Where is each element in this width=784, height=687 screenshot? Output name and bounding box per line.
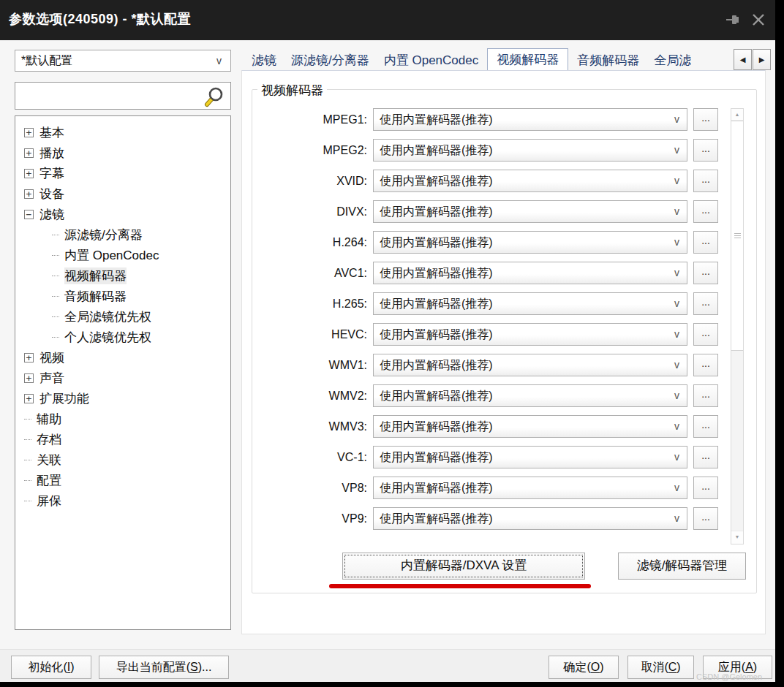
decoder-select[interactable]: 使用内置解码器(推荐)v (373, 139, 687, 162)
tab-3[interactable]: 视频解码器 (487, 48, 568, 71)
decoder-more-button[interactable]: ... (693, 262, 718, 284)
select-arrow-icon: v (674, 262, 679, 284)
filter-manager-button[interactable]: 滤镜/解码器管理 (618, 553, 746, 580)
select-arrow-icon: v (674, 293, 679, 314)
scrollbar-grip-icon (734, 233, 741, 238)
scrollbar-down-icon[interactable]: ▼ (731, 531, 743, 542)
select-arrow-icon: v (674, 232, 679, 253)
decoder-row-5: AVC1:使用内置解码器(推荐)v... (0, 262, 775, 284)
tab-2[interactable]: 内置 OpenCodec (384, 50, 478, 71)
ok-button[interactable]: 确定(O) (549, 656, 619, 679)
decoder-label: MPEG2: (250, 139, 367, 162)
decoder-more-button[interactable]: ... (693, 415, 718, 438)
tab-bar: 滤镜源滤镜/分离器内置 OpenCodec视频解码器音频解码器全局滤 (244, 48, 731, 71)
decoder-more-button[interactable]: ... (693, 323, 718, 346)
decoder-more-button[interactable]: ... (693, 231, 718, 254)
decoder-select[interactable]: 使用内置解码器(推荐)v (373, 170, 687, 192)
decoder-label: VC-1: (250, 446, 367, 468)
decoder-more-button[interactable]: ... (693, 384, 718, 407)
decoder-label: MPEG1: (250, 108, 367, 131)
decoder-more-button[interactable]: ... (693, 292, 718, 315)
search-box (15, 82, 231, 110)
decoder-label: XVID: (250, 170, 367, 192)
scrollbar-thumb[interactable] (731, 121, 743, 351)
select-arrow-icon: v (674, 508, 679, 529)
decoder-select[interactable]: 使用内置解码器(推荐)v (373, 354, 687, 376)
cancel-button[interactable]: 取消(C) (627, 656, 694, 679)
decoder-label: DIVX: (250, 200, 367, 223)
tab-scroll-right-button[interactable]: ▶ (753, 49, 771, 70)
decoder-row-11: VC-1:使用内置解码器(推荐)v... (0, 446, 775, 468)
decoder-label: WMV2: (250, 384, 367, 407)
decoder-select[interactable]: 使用内置解码器(推荐)v (373, 507, 687, 530)
decoder-select[interactable]: 使用内置解码器(推荐)v (373, 108, 687, 131)
decoder-more-button[interactable]: ... (693, 354, 718, 376)
decoder-label: H.265: (250, 292, 367, 315)
select-arrow-icon: v (674, 354, 679, 376)
decoder-label: AVC1: (250, 262, 367, 284)
window-title: 参数选项(240509) - *默认配置 (9, 10, 191, 28)
pin-icon[interactable] (725, 12, 740, 27)
decoder-row-12: VP8:使用内置解码器(推荐)v... (0, 477, 775, 499)
decoder-more-button[interactable]: ... (693, 477, 718, 499)
title-bar: 参数选项(240509) - *默认配置 (0, 0, 775, 40)
decoder-row-4: H.264:使用内置解码器(推荐)v... (0, 231, 775, 254)
dxva-settings-button[interactable]: 内置解码器/DXVA 设置 (342, 553, 585, 580)
decoder-select[interactable]: 使用内置解码器(推荐)v (373, 262, 687, 284)
decoder-row-2: XVID:使用内置解码器(推荐)v... (0, 170, 775, 192)
decoder-row-0: MPEG1:使用内置解码器(推荐)v... (0, 108, 775, 131)
decoder-more-button[interactable]: ... (693, 446, 718, 468)
config-profile-select[interactable]: *默认配置 v (15, 50, 231, 72)
decoder-row-6: H.265:使用内置解码器(推荐)v... (0, 292, 775, 315)
config-profile-value: *默认配置 (21, 54, 72, 67)
decoder-select[interactable]: 使用内置解码器(推荐)v (373, 292, 687, 315)
close-icon[interactable] (752, 13, 765, 26)
decoder-row-1: MPEG2:使用内置解码器(推荐)v... (0, 139, 775, 162)
tree-connector (52, 255, 59, 256)
tab-scroll-left-button[interactable]: ◀ (734, 49, 752, 70)
select-arrow-icon: v (674, 416, 679, 437)
select-arrow-icon: v (674, 385, 679, 406)
decoder-row-13: VP9:使用内置解码器(推荐)v... (0, 507, 775, 530)
groupbox-title: 视频解码器 (257, 82, 327, 99)
initialize-button[interactable]: 初始化(I) (11, 656, 91, 679)
tree-connector (24, 439, 31, 440)
decoder-label: H.264: (250, 231, 367, 254)
decoder-select[interactable]: 使用内置解码器(推荐)v (373, 200, 687, 223)
decoder-select[interactable]: 使用内置解码器(推荐)v (373, 231, 687, 254)
tab-5[interactable]: 全局滤 (654, 50, 691, 71)
tab-1[interactable]: 源滤镜/分离器 (291, 50, 369, 71)
decoder-more-button[interactable]: ... (693, 507, 718, 530)
annotation-underline (329, 584, 591, 588)
tree-connector (52, 316, 59, 317)
scrollbar-up-icon[interactable]: ▲ (731, 109, 743, 121)
tab-4[interactable]: 音频解码器 (577, 50, 639, 71)
decoder-more-button[interactable]: ... (693, 108, 718, 131)
decoder-select[interactable]: 使用内置解码器(推荐)v (373, 384, 687, 407)
decoder-select[interactable]: 使用内置解码器(推荐)v (373, 323, 687, 346)
export-config-button[interactable]: 导出当前配置(S)... (99, 656, 229, 679)
chevron-down-icon: v (216, 50, 222, 71)
select-arrow-icon: v (674, 140, 679, 161)
select-arrow-icon: v (674, 109, 679, 130)
select-arrow-icon: v (674, 170, 679, 191)
tree-connector (24, 501, 31, 501)
decoder-more-button[interactable]: ... (693, 139, 718, 162)
decoder-label: VP8: (250, 477, 367, 499)
decoder-more-button[interactable]: ... (693, 170, 718, 192)
decoder-label: VP9: (250, 507, 367, 530)
select-arrow-icon: v (674, 447, 679, 468)
decoder-select[interactable]: 使用内置解码器(推荐)v (373, 477, 687, 499)
decoder-more-button[interactable]: ... (693, 200, 718, 223)
preferences-dialog: 参数选项(240509) - *默认配置 *默认配置 v (0, 0, 775, 682)
decoder-label: HEVC: (250, 323, 367, 346)
decoder-select[interactable]: 使用内置解码器(推荐)v (373, 415, 687, 438)
vertical-scrollbar[interactable]: ▲ ▼ (731, 108, 744, 544)
search-input[interactable] (20, 86, 195, 106)
decoder-row-7: HEVC:使用内置解码器(推荐)v... (0, 323, 775, 346)
decoder-row-9: WMV2:使用内置解码器(推荐)v... (0, 384, 775, 407)
decoder-select[interactable]: 使用内置解码器(推荐)v (373, 446, 687, 468)
tab-0[interactable]: 滤镜 (252, 50, 276, 71)
scrollbar-track[interactable] (731, 351, 743, 531)
decoder-row-3: DIVX:使用内置解码器(推荐)v... (0, 200, 775, 223)
